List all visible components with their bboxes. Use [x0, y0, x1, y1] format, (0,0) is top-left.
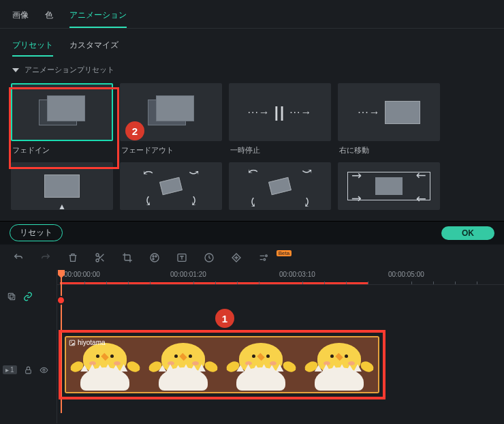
timeline: ▸1 00:00:00:00 00:00:01:20 00:00:03:10 0… — [0, 270, 504, 423]
track-controls: ▸1 — [3, 365, 48, 374]
clip-label: hiyotama — [69, 339, 106, 346]
annotation-badge-2: 2 — [125, 121, 144, 140]
preset-thumb[interactable]: ↘ ↙ ↗ ↖ — [338, 162, 440, 210]
preset-thumb[interactable]: ⤺ ⤻ ⤹ ⤸ — [229, 162, 331, 210]
toolbar: Beta — [0, 244, 504, 270]
image-icon — [69, 339, 76, 346]
tab-animation[interactable]: アニメーション — [69, 7, 127, 28]
playhead-handle-icon[interactable] — [57, 296, 65, 305]
svg-point-15 — [71, 341, 72, 342]
curve-arrow-icon: ⤹ — [143, 194, 153, 209]
preset-fade-in[interactable]: フェドイン — [11, 83, 113, 155]
scissors-icon[interactable] — [94, 252, 106, 264]
clip-frame — [144, 337, 223, 392]
link-icon[interactable] — [23, 292, 33, 301]
curve-arrow-icon: ⤺ — [248, 164, 258, 179]
timeline-tracks[interactable]: 00:00:00:00 00:00:01:20 00:00:03:10 00:0… — [57, 270, 504, 423]
eye-icon[interactable] — [40, 365, 48, 374]
curve-arrow-icon: ⤻ — [189, 165, 199, 180]
svg-rect-12 — [25, 369, 31, 373]
ruler-tick: 00:00:03:10 — [279, 271, 315, 278]
beta-badge: Beta — [277, 250, 292, 256]
svg-point-4 — [155, 256, 157, 257]
pause-icon: ···→||···→ — [248, 104, 313, 121]
keyframe-icon[interactable] — [230, 252, 242, 264]
footer-bar: リセット OK — [0, 221, 504, 244]
arrow-icon: ···→ — [358, 106, 380, 119]
curve-arrow-icon: ⤹ — [248, 195, 258, 210]
speed-icon[interactable] — [203, 252, 215, 264]
fade-out-front-icon — [156, 95, 194, 121]
svg-point-5 — [153, 258, 154, 260]
preset-thumb-fade-in[interactable] — [11, 83, 113, 141]
ruler-tick: 00:00:05:00 — [388, 271, 424, 278]
preset-thumb[interactable]: ▲ — [11, 162, 113, 210]
svg-point-3 — [153, 256, 154, 257]
svg-point-9 — [264, 258, 266, 260]
top-tabs: 画像 色 アニメーション — [0, 0, 504, 29]
preset-row2-4[interactable]: ↘ ↙ ↗ ↖ — [338, 162, 440, 210]
curve-arrow-icon: ⤺ — [143, 165, 153, 180]
preset-thumb-slide-right[interactable]: ···→ — [338, 83, 440, 141]
section-title: アニメーションプリセット — [25, 65, 114, 75]
delete-icon[interactable] — [67, 252, 79, 264]
preset-row2-1[interactable]: ▲ — [11, 162, 113, 210]
preset-fade-out[interactable]: フェードアウト — [120, 83, 222, 155]
track-badge[interactable]: ▸1 — [3, 365, 17, 374]
curve-arrow-icon: ⤸ — [189, 194, 199, 209]
tab-image[interactable]: 画像 — [12, 7, 29, 28]
ruler-tick: 00:00:01:20 — [170, 271, 206, 278]
ruler-tick: 00:00:00:00 — [64, 271, 100, 278]
curve-arrow-icon: ⤻ — [302, 164, 312, 179]
text-icon[interactable] — [176, 252, 188, 264]
subtab-customize[interactable]: カスタマイズ — [69, 38, 119, 57]
preset-thumb-pause[interactable]: ···→||···→ — [229, 83, 331, 141]
reset-button[interactable]: リセット — [10, 224, 63, 241]
preset-label: 一時停止 — [229, 145, 331, 155]
clip-hiyotama[interactable]: hiyotama — [65, 336, 379, 393]
color-icon[interactable] — [148, 252, 161, 264]
svg-rect-10 — [10, 295, 15, 300]
preset-row2-2[interactable]: ⤺ ⤻ ⤹ ⤸ — [120, 162, 222, 210]
preset-pause[interactable]: ···→||···→ 一時停止 — [229, 83, 331, 155]
undo-icon[interactable] — [12, 252, 25, 264]
preset-thumb[interactable]: ⤺ ⤻ ⤹ ⤸ — [120, 162, 222, 210]
settings-icon[interactable] — [257, 252, 270, 264]
svg-point-2 — [151, 254, 159, 262]
preset-grid: フェドイン フェードアウト ···→||···→ 一時停止 ···→ 右に移動 — [0, 83, 504, 221]
rect-icon — [385, 101, 420, 124]
svg-point-8 — [266, 255, 268, 257]
preset-row2-3[interactable]: ⤺ ⤻ ⤹ ⤸ — [229, 162, 331, 210]
preset-label: フェードアウト — [120, 145, 222, 155]
preset-label: フェドイン — [11, 145, 113, 155]
copy-icon[interactable] — [7, 292, 16, 301]
curve-arrow-icon: ⤸ — [302, 195, 312, 210]
timeline-left-gutter: ▸1 — [0, 270, 57, 423]
arrow-up-icon: ▲ — [58, 202, 66, 211]
collapse-triangle-icon — [12, 68, 19, 72]
ok-button[interactable]: OK — [441, 226, 494, 240]
clip-frame — [300, 337, 379, 392]
preset-slide-right[interactable]: ···→ 右に移動 — [338, 83, 440, 155]
lock-icon[interactable] — [24, 365, 33, 374]
svg-point-0 — [96, 254, 99, 256]
redo-icon[interactable] — [40, 252, 52, 264]
annotation-box-clip: hiyotama — [59, 330, 385, 399]
tab-color[interactable]: 色 — [45, 7, 53, 28]
rect-icon — [44, 175, 80, 198]
annotation-badge-1: 1 — [215, 309, 234, 328]
clip-frame — [222, 337, 300, 392]
section-animation-presets[interactable]: アニメーションプリセット — [0, 57, 504, 83]
fade-in-front-icon — [47, 95, 85, 121]
subtab-preset[interactable]: プリセット — [12, 38, 53, 57]
sub-tabs: プリセット カスタマイズ — [0, 29, 504, 57]
svg-point-13 — [42, 369, 44, 371]
rect-icon — [159, 177, 183, 196]
crop-icon[interactable] — [121, 252, 133, 264]
preset-label: 右に移動 — [338, 145, 440, 155]
svg-point-1 — [96, 259, 99, 262]
rect-icon — [268, 177, 292, 196]
svg-rect-11 — [8, 293, 13, 298]
audio-icon[interactable]: Beta — [285, 252, 297, 264]
timeline-ruler[interactable]: 00:00:00:00 00:00:01:20 00:00:03:10 00:0… — [57, 270, 504, 285]
